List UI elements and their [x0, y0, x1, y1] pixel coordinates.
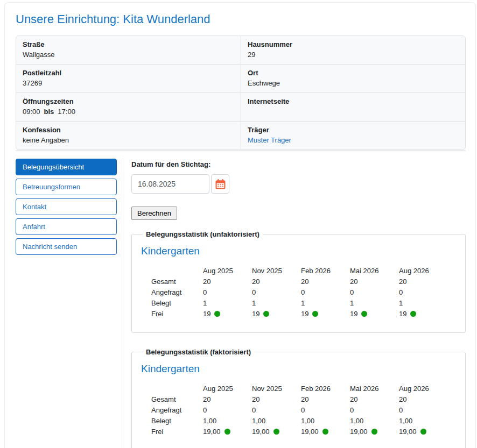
- row-label: Angefragt: [151, 287, 203, 298]
- field-value: Wallgasse: [23, 51, 234, 59]
- row-label: Belegt: [151, 298, 203, 309]
- free-status-dot: [263, 311, 269, 317]
- free-status-dot: [322, 429, 328, 435]
- date-label: Datum für den Stichtag:: [131, 160, 466, 168]
- table-row-frei: Frei 19,00 19,00 19,00 19,00 19,00: [151, 426, 448, 437]
- info-cell-ort: Ort Eschwege: [241, 65, 465, 93]
- info-cell-strasse: Straße Wallgasse: [16, 36, 241, 64]
- info-cell-traeger: Träger Muster Träger: [241, 122, 465, 150]
- table-header-row: Aug 2025 Nov 2025 Feb 2026 Mai 2026 Aug …: [151, 383, 448, 394]
- care-group-title: Kindergarten: [141, 245, 457, 257]
- content-row: Belegungsübersicht Betreuungsformen Kont…: [16, 159, 466, 448]
- opening-from: 09:00: [23, 108, 40, 116]
- header-spacer: [151, 383, 203, 394]
- divider: [16, 151, 466, 151]
- sidebar-item-belegungsuebersicht[interactable]: Belegungsübersicht: [16, 159, 117, 175]
- cell-value: 20: [350, 276, 399, 287]
- free-status-dot: [273, 429, 279, 435]
- main-panel: Datum für den Stichtag:: [123, 159, 466, 448]
- opening-hours-value: 09:00bis17:00: [23, 108, 234, 116]
- cell-value: 19: [399, 309, 448, 319]
- info-cell-konfession: Konfession keine Angaben: [16, 122, 241, 150]
- field-value: Eschwege: [248, 79, 459, 88]
- cell-value: 0: [350, 405, 399, 416]
- row-label: Angefragt: [151, 405, 203, 416]
- cell-value: 1,00: [203, 416, 252, 426]
- table-row-angefragt: Angefragt 0 0 0 0 0: [151, 405, 448, 416]
- stats-factored-fieldset: Belegungsstatistik (faktorisiert) Kinder…: [131, 348, 466, 448]
- cell-value: 19: [203, 309, 252, 319]
- column-header: Aug 2025: [203, 383, 252, 394]
- free-status-dot: [371, 429, 377, 435]
- free-status-dot: [312, 311, 318, 317]
- cell-value: 19: [252, 309, 301, 319]
- cell-value: 19,00: [301, 426, 350, 437]
- opening-separator: bis: [44, 108, 54, 116]
- cell-value: 20: [301, 276, 350, 287]
- calculate-button[interactable]: Berechnen: [131, 207, 177, 220]
- free-status-dot: [420, 429, 426, 435]
- traeger-link[interactable]: Muster Träger: [248, 136, 291, 144]
- sidebar-item-kontakt[interactable]: Kontakt: [16, 198, 117, 215]
- sidebar-item-anfahrt[interactable]: Anfahrt: [16, 218, 117, 235]
- page-title: Unsere Einrichtung: Kita Wunderland: [16, 12, 466, 26]
- sidebar: Belegungsübersicht Betreuungsformen Kont…: [16, 159, 123, 448]
- cell-value: 1,00: [350, 416, 399, 426]
- cell-value: 19: [350, 309, 399, 319]
- cell-value: 1,00: [252, 416, 301, 426]
- table-row-belegt: Belegt 1 1 1 1 1: [151, 298, 448, 309]
- calendar-button[interactable]: [211, 174, 229, 194]
- info-row-hours: Öffnungszeiten 09:00bis17:00 Internetsei…: [16, 93, 465, 121]
- info-row-provider: Konfession keine Angaben Träger Muster T…: [16, 121, 465, 150]
- field-label: Konfession: [23, 126, 234, 134]
- field-label: Straße: [23, 40, 234, 48]
- table-row-belegt: Belegt 1,00 1,00 1,00 1,00 1,00: [151, 416, 448, 426]
- free-status-dot: [214, 311, 220, 317]
- occupancy-table-unfactored: Aug 2025 Nov 2025 Feb 2026 Mai 2026 Aug …: [151, 266, 448, 319]
- field-value: [248, 108, 459, 116]
- field-value: Muster Träger: [248, 136, 459, 145]
- cell-value: 20: [252, 394, 301, 405]
- table-row-frei: Frei 19 19 19 19 19: [151, 309, 448, 319]
- info-row-city: Postleitzahl 37269 Ort Eschwege: [16, 64, 465, 93]
- cell-value: 20: [203, 276, 252, 287]
- cell-value: 19,00: [350, 426, 399, 437]
- table-row-angefragt: Angefragt 0 0 0 0 0: [151, 287, 448, 298]
- calendar-icon: [215, 179, 226, 190]
- field-value: 37269: [23, 79, 234, 88]
- care-group-title: Kindergarten: [141, 363, 457, 375]
- cell-value: 1: [301, 298, 350, 309]
- info-row-street: Straße Wallgasse Hausnummer 29: [16, 36, 465, 64]
- column-header: Nov 2025: [252, 383, 301, 394]
- field-label: Postleitzahl: [23, 69, 234, 77]
- header-spacer: [151, 266, 203, 276]
- field-label: Öffnungszeiten: [23, 97, 234, 105]
- table-row-gesamt: Gesamt 20 20 20 20 20: [151, 394, 448, 405]
- column-header: Aug 2026: [399, 383, 448, 394]
- row-label: Frei: [151, 309, 203, 319]
- column-header: Aug 2025: [203, 266, 252, 276]
- cell-value: 19: [301, 309, 350, 319]
- cell-value: 0: [252, 287, 301, 298]
- cell-value: 1: [399, 298, 448, 309]
- field-label: Ort: [248, 69, 459, 77]
- info-cell-oeffnungszeiten: Öffnungszeiten 09:00bis17:00: [16, 93, 241, 121]
- cell-value: 19,00: [399, 426, 448, 437]
- info-cell-postleitzahl: Postleitzahl 37269: [16, 65, 241, 93]
- field-value: 29: [248, 51, 459, 59]
- row-label: Belegt: [151, 416, 203, 426]
- column-header: Feb 2026: [301, 266, 350, 276]
- info-cell-hausnummer: Hausnummer 29: [241, 36, 465, 64]
- sidebar-item-nachricht-senden[interactable]: Nachricht senden: [16, 238, 117, 255]
- row-label: Frei: [151, 426, 203, 437]
- occupancy-table-factored: Aug 2025 Nov 2025 Feb 2026 Mai 2026 Aug …: [151, 383, 448, 437]
- row-label: Gesamt: [151, 276, 203, 287]
- free-status-dot: [361, 311, 367, 317]
- cell-value: 19,00: [252, 426, 301, 437]
- cell-value: 20: [301, 394, 350, 405]
- cell-value: 0: [301, 287, 350, 298]
- sidebar-item-betreuungsformen[interactable]: Betreuungsformen: [16, 179, 117, 195]
- date-input[interactable]: [131, 174, 209, 194]
- free-status-dot: [410, 311, 416, 317]
- field-label: Internetseite: [248, 97, 459, 105]
